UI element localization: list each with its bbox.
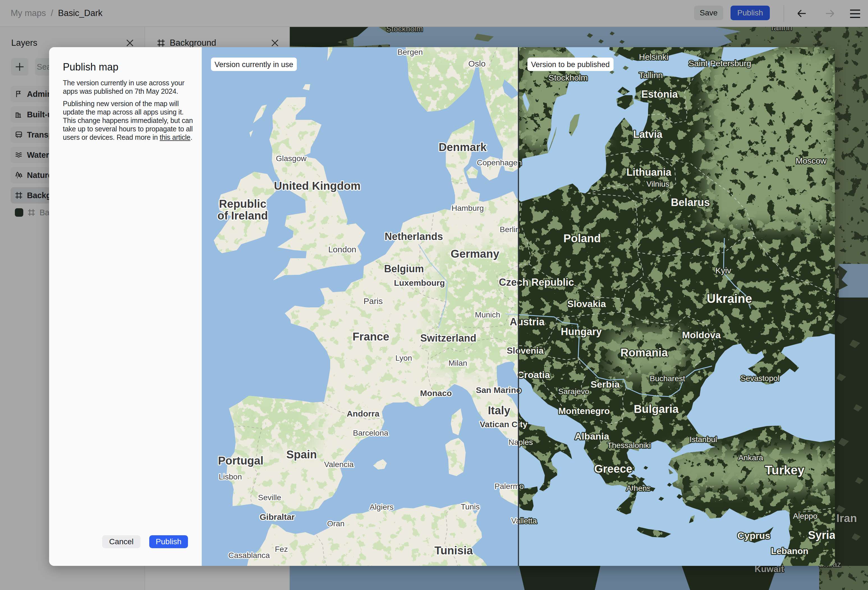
svg-text:Hamburg: Hamburg bbox=[452, 204, 484, 213]
svg-text:Bulgaria: Bulgaria bbox=[634, 403, 679, 415]
svg-text:Romania: Romania bbox=[621, 346, 668, 359]
svg-text:Luxembourg: Luxembourg bbox=[394, 278, 445, 287]
svg-text:Vilnius: Vilnius bbox=[647, 180, 669, 188]
svg-text:Version currently in use: Version currently in use bbox=[215, 61, 294, 69]
svg-text:of Ireland: of Ireland bbox=[217, 209, 268, 222]
svg-text:Turkey: Turkey bbox=[765, 463, 805, 477]
svg-text:Bergen: Bergen bbox=[397, 48, 423, 56]
svg-text:Seville: Seville bbox=[258, 493, 281, 502]
svg-text:Serbia: Serbia bbox=[590, 379, 620, 390]
svg-text:Croatia: Croatia bbox=[517, 370, 550, 380]
svg-text:Saint Petersburg: Saint Petersburg bbox=[688, 59, 751, 68]
svg-text:Gibraltar: Gibraltar bbox=[260, 512, 295, 522]
svg-text:Slovakia: Slovakia bbox=[567, 299, 606, 309]
svg-text:Moldova: Moldova bbox=[682, 330, 721, 340]
svg-text:Moscow: Moscow bbox=[796, 156, 827, 165]
svg-text:Version to be published: Version to be published bbox=[531, 61, 610, 69]
svg-text:Fez: Fez bbox=[275, 545, 288, 553]
svg-text:Latvia: Latvia bbox=[633, 129, 663, 140]
svg-text:Athens: Athens bbox=[626, 484, 651, 492]
svg-text:Germany: Germany bbox=[450, 248, 499, 260]
svg-text:Thessaloniki: Thessaloniki bbox=[607, 441, 651, 450]
svg-text:Belarus: Belarus bbox=[671, 197, 710, 208]
svg-text:Netherlands: Netherlands bbox=[385, 231, 443, 242]
svg-text:London: London bbox=[328, 245, 356, 254]
svg-text:Albania: Albania bbox=[575, 431, 610, 442]
svg-text:Lyon: Lyon bbox=[395, 353, 412, 362]
svg-text:Spain: Spain bbox=[286, 448, 317, 461]
svg-text:Tallinn: Tallinn bbox=[639, 71, 663, 80]
svg-text:Belgium: Belgium bbox=[384, 263, 424, 275]
svg-text:Stockholm: Stockholm bbox=[548, 73, 588, 82]
svg-text:Munich: Munich bbox=[475, 311, 500, 319]
svg-text:Ankara: Ankara bbox=[738, 453, 763, 462]
svg-text:Monaco: Monaco bbox=[420, 389, 452, 398]
svg-text:Aleppo: Aleppo bbox=[793, 512, 817, 521]
svg-text:Tunisia: Tunisia bbox=[434, 544, 473, 557]
svg-text:Paris: Paris bbox=[363, 296, 383, 306]
svg-text:San Marino: San Marino bbox=[476, 385, 521, 395]
svg-text:Montenegro: Montenegro bbox=[558, 406, 610, 416]
svg-text:Lebanon: Lebanon bbox=[771, 546, 808, 556]
svg-text:Switzerland: Switzerland bbox=[420, 332, 476, 344]
svg-text:Kyiv: Kyiv bbox=[715, 266, 731, 275]
svg-text:Cyprus: Cyprus bbox=[737, 530, 770, 541]
svg-text:Sevastopol: Sevastopol bbox=[741, 374, 779, 383]
svg-text:Denmark: Denmark bbox=[438, 141, 487, 153]
svg-text:Algiers: Algiers bbox=[369, 503, 394, 512]
svg-text:Istanbul: Istanbul bbox=[689, 435, 717, 444]
svg-text:United Kingdom: United Kingdom bbox=[274, 180, 361, 192]
svg-text:Tunis: Tunis bbox=[461, 503, 480, 511]
svg-text:Barcelona: Barcelona bbox=[353, 429, 388, 437]
svg-text:Ukraine: Ukraine bbox=[707, 291, 752, 305]
svg-text:Copenhagen: Copenhagen bbox=[477, 158, 522, 167]
svg-text:Valencia: Valencia bbox=[324, 460, 354, 469]
svg-text:Casablanca: Casablanca bbox=[228, 551, 270, 560]
svg-text:Oslo: Oslo bbox=[468, 59, 486, 68]
svg-text:Syria: Syria bbox=[808, 529, 835, 541]
svg-text:Lithuania: Lithuania bbox=[626, 166, 672, 178]
svg-text:Glasgow: Glasgow bbox=[276, 154, 307, 163]
svg-text:France: France bbox=[352, 330, 389, 343]
svg-text:Oran: Oran bbox=[327, 519, 344, 528]
svg-text:Poland: Poland bbox=[563, 232, 601, 244]
svg-text:Hungary: Hungary bbox=[561, 326, 602, 337]
svg-text:Sarajevo: Sarajevo bbox=[558, 387, 589, 396]
svg-text:Berlin: Berlin bbox=[500, 225, 520, 234]
svg-text:Estonia: Estonia bbox=[641, 89, 678, 100]
svg-text:Italy: Italy bbox=[488, 404, 511, 417]
svg-text:Portugal: Portugal bbox=[218, 454, 263, 467]
svg-text:Bucharest: Bucharest bbox=[650, 374, 685, 383]
svg-text:Andorra: Andorra bbox=[347, 409, 379, 418]
svg-text:Helsinki: Helsinki bbox=[639, 52, 668, 62]
svg-text:Lisbon: Lisbon bbox=[219, 472, 242, 481]
svg-text:Republic: Republic bbox=[219, 198, 267, 210]
svg-text:Greece: Greece bbox=[594, 463, 632, 475]
svg-text:Milan: Milan bbox=[449, 359, 467, 367]
